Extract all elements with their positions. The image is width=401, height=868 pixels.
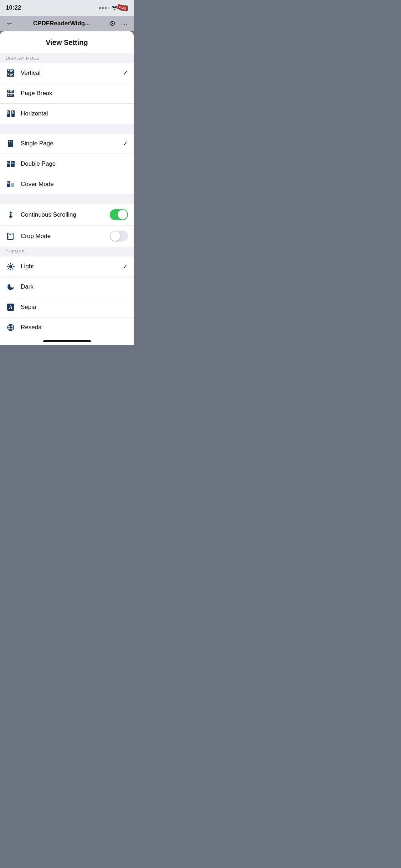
double-page-icon (6, 159, 16, 169)
svg-point-46 (9, 265, 12, 268)
svg-rect-10 (10, 91, 13, 91)
svg-rect-30 (7, 162, 9, 163)
list-item[interactable]: Horizontal (0, 104, 134, 124)
svg-marker-40 (9, 211, 12, 213)
svg-marker-41 (9, 216, 12, 218)
list-item[interactable]: Page Break (0, 83, 134, 104)
nav-bar: ← CPDFReaderWidg... ⚙ ··· (0, 16, 134, 31)
svg-rect-38 (11, 183, 14, 187)
scrolling-label: Continuous Scrolling (21, 211, 76, 218)
svg-rect-3 (10, 71, 12, 72)
svg-rect-26 (9, 141, 10, 142)
signal-icon (99, 7, 109, 9)
nav-actions: ⚙ ··· (109, 19, 128, 28)
section-header-themes: THEMES (0, 247, 134, 257)
list-item[interactable]: Continuous Scrolling (0, 204, 134, 226)
svg-rect-1 (8, 70, 9, 71)
single-page-check: ✓ (123, 140, 128, 148)
crop-mode-toggle[interactable] (110, 231, 128, 242)
more-icon[interactable]: ··· (121, 20, 128, 28)
nav-title: CPDFReaderWidg... (33, 20, 90, 27)
svg-rect-7 (10, 75, 12, 76)
svg-rect-28 (11, 142, 12, 143)
list-item[interactable]: Crop Mode (0, 226, 134, 247)
svg-rect-42 (10, 214, 11, 216)
vertical-icon (6, 68, 16, 78)
status-icons: ⚡ D/JG (99, 5, 128, 11)
single-page-label: Single Page (21, 140, 53, 147)
back-button[interactable]: ← (6, 19, 14, 28)
sheet-title: View Setting (0, 31, 134, 53)
group-spacer (0, 124, 134, 134)
svg-rect-18 (7, 111, 9, 112)
cover-mode-icon (6, 179, 16, 189)
vertical-label: Vertical (21, 69, 41, 77)
svg-rect-32 (11, 161, 15, 167)
sepia-icon: A (6, 302, 16, 312)
scrolling-icon (6, 210, 16, 220)
reseda-icon (6, 322, 16, 332)
double-page-label: Double Page (21, 160, 56, 167)
gear-icon[interactable]: ⚙ (109, 19, 116, 28)
reseda-label: Reseda (21, 324, 42, 331)
svg-rect-36 (7, 182, 9, 183)
svg-rect-19 (7, 113, 10, 113)
svg-line-54 (8, 268, 9, 269)
light-icon (6, 262, 16, 272)
svg-rect-5 (8, 74, 9, 75)
crop-mode-icon (6, 231, 16, 241)
home-bar (43, 340, 91, 342)
pagebreak-label: Page Break (21, 90, 52, 97)
svg-rect-35 (7, 181, 10, 187)
vertical-check: ✓ (123, 69, 128, 77)
svg-rect-43 (7, 233, 13, 239)
svg-line-53 (12, 264, 13, 265)
svg-rect-14 (8, 95, 9, 96)
display-mode-group: Vertical ✓ (0, 63, 134, 124)
light-label: Light (21, 263, 34, 270)
section-header-display-mode: DISPLAY MODE (0, 53, 134, 63)
svg-rect-16 (10, 95, 12, 96)
list-item[interactable]: Cover Mode (0, 174, 134, 194)
light-check: ✓ (123, 263, 128, 270)
list-item[interactable]: Dark (0, 277, 134, 297)
svg-line-51 (8, 264, 9, 265)
svg-point-58 (10, 326, 12, 329)
svg-rect-29 (7, 161, 10, 167)
svg-rect-37 (7, 184, 10, 184)
home-indicator (0, 337, 134, 345)
themes-group: Light ✓ Dark A (0, 257, 134, 337)
list-item[interactable]: Double Page (0, 154, 134, 174)
svg-rect-31 (7, 163, 10, 164)
status-time: 10:22 (6, 4, 21, 11)
list-item[interactable]: Single Page ✓ (0, 134, 134, 154)
svg-rect-9 (8, 91, 9, 92)
horizontal-label: Horizontal (21, 110, 48, 117)
list-item[interactable]: Light ✓ (0, 257, 134, 277)
svg-rect-15 (10, 95, 13, 95)
svg-rect-24 (12, 113, 14, 114)
list-item[interactable]: Reseda (0, 317, 134, 337)
svg-text:A: A (9, 305, 13, 310)
horizontal-icon (6, 109, 16, 119)
svg-rect-20 (7, 113, 9, 114)
svg-rect-39 (11, 184, 12, 184)
svg-rect-11 (10, 91, 12, 92)
cover-mode-label: Cover Mode (21, 181, 54, 188)
battery-icon: ⚡ D/JG (120, 5, 128, 11)
list-item[interactable]: Vertical ✓ (0, 63, 134, 83)
svg-rect-27 (11, 141, 12, 141)
page-layout-group: Single Page ✓ Double Page (0, 134, 134, 194)
scrolling-toggle[interactable] (110, 209, 128, 220)
list-item[interactable]: A Sepia (0, 297, 134, 317)
svg-rect-22 (12, 111, 13, 112)
pagebreak-icon (6, 88, 16, 98)
crop-mode-label: Crop Mode (21, 233, 51, 240)
svg-rect-33 (12, 162, 13, 163)
status-bar: 10:22 ⚡ D/JG (0, 0, 134, 16)
dark-icon (6, 282, 16, 292)
sepia-label: Sepia (21, 304, 36, 311)
toggle-group: Continuous Scrolling Crop Mode (0, 204, 134, 247)
dark-label: Dark (21, 283, 34, 290)
svg-line-52 (12, 268, 13, 269)
